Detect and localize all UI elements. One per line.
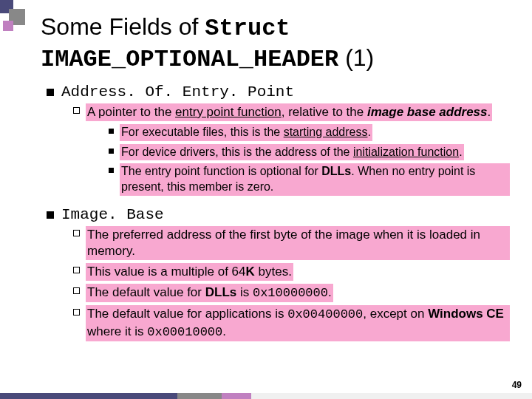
list-item-text: The preferred address of the first byte … [86,226,510,260]
sub-item-text: For device drivers, this is the address … [120,144,464,161]
sub-item: For device drivers, this is the address … [109,144,510,161]
bullet-small-icon [109,129,114,134]
list-item: This value is a multiple of 64K bytes. [73,263,510,281]
title-code1: Struct [205,15,290,42]
footer-decoration [0,393,532,399]
list-item-text: A pointer to the entry point function, r… [86,103,492,121]
section-heading: Image. Base [47,206,510,223]
bullet-icon [47,211,54,219]
sub-item-text: The entry point function is optional for… [120,163,510,196]
slide-body: Some Fields of Struct IMAGE_OPTIONAL_HEA… [0,0,532,341]
sub-item: For executable files, this is the starti… [109,124,510,141]
list-item-text: The default value for applications is 0x… [86,305,510,341]
list-item: A pointer to the entry point function, r… [73,103,510,121]
list-item: The preferred address of the first byte … [73,226,510,260]
title-code2: IMAGE_OPTIONAL_HEADER [41,46,338,73]
list-item-text: This value is a multiple of 64K bytes. [86,263,293,281]
slide-title-line1: Some Fields of Struct [41,13,510,43]
section-heading-text: Image. Base [61,206,164,223]
slide-title-line2: IMAGE_OPTIONAL_HEADER (1) [41,44,510,73]
title-text: Some Fields of [41,13,205,40]
sub-item: The entry point function is optional for… [109,163,510,196]
corner-decoration [0,0,37,44]
page-number: 49 [512,380,522,390]
title-suffix: (1) [338,44,374,71]
bullet-open-icon [73,309,80,316]
list-item-text: The default value for DLLs is 0x10000000… [86,284,333,302]
bullet-open-icon [73,230,80,236]
bullet-icon [47,89,54,96]
list-item: The default value for DLLs is 0x10000000… [73,284,510,302]
bullet-open-icon [73,107,80,114]
section-heading-text: Address. Of. Entry. Point [61,83,294,100]
bullet-open-icon [73,267,80,273]
bullet-small-icon [109,149,114,154]
bullet-small-icon [109,168,114,173]
sub-item-text: For executable files, this is the starti… [120,124,372,141]
list-item: The default value for applications is 0x… [73,305,510,341]
section-heading: Address. Of. Entry. Point [47,83,510,100]
bullet-open-icon [73,287,80,294]
